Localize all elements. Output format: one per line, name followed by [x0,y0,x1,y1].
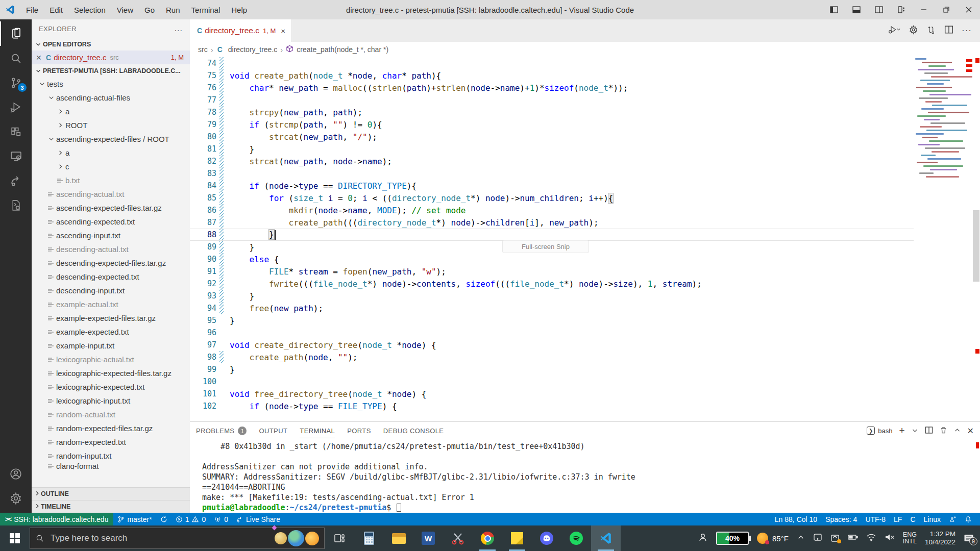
tree-file-random-input-txt[interactable]: random-input.txt [32,449,190,463]
workspace-header[interactable]: PRETEST-PMUTIA [SSH: LABRADOODLE.C... [32,64,190,77]
volume-muted-icon[interactable] [885,533,895,543]
code-line-102[interactable]: 102 if (node->type == FILE_TYPE) { [190,400,914,412]
chrome-button[interactable] [473,525,502,551]
tab-directory-tree-c[interactable]: C directory_tree.c 1, M × [190,19,292,42]
clock[interactable]: 1:32 PM10/4/2022 [925,530,955,546]
line-number[interactable]: 100 [190,377,216,386]
file-explorer-button[interactable] [384,525,413,551]
cursor-position[interactable]: Ln 88, Col 10 [771,513,821,525]
timeline-section-header[interactable]: TIMELINE [32,500,190,513]
outline-section-header[interactable]: OUTLINE [32,487,190,500]
wifi-icon[interactable] [866,533,876,543]
start-button[interactable] [0,525,30,551]
line-number[interactable]: 87 [190,218,216,227]
panel-tab-debug-console[interactable]: DEBUG CONSOLE [383,423,444,438]
code-line-90[interactable]: 90 else { [190,253,914,265]
line-number[interactable]: 93 [190,291,216,300]
open-changes-icon[interactable] [926,25,936,37]
line-number[interactable]: 99 [190,365,216,374]
eol-sequence[interactable]: LF [890,513,906,525]
menu-terminal[interactable]: Terminal [187,4,225,16]
scrollbar-slider[interactable] [973,210,979,282]
sticky-notes-button[interactable] [502,525,532,551]
code-line-79[interactable]: 79 if (strcmp(path, "") != 0){ [190,118,914,131]
line-number[interactable]: 88 [190,230,216,239]
code-line-100[interactable]: 100 [190,375,914,388]
tree-folder-tests[interactable]: tests [32,77,190,91]
code-line-94[interactable]: 94 free(new_path); [190,302,914,314]
tree-folder-ascending-expected-files-root[interactable]: ascending-expected-files / ROOT [32,132,190,146]
tree-file-lexicographic-expected-txt[interactable]: lexicographic-expected.txt [32,380,190,394]
settings-gear-icon[interactable] [0,486,32,511]
open-editors-header[interactable]: OPEN EDITORS [32,38,190,51]
line-number[interactable]: 77 [190,95,216,105]
keyboard-layout[interactable]: ENGINTL [903,532,917,545]
line-number[interactable]: 80 [190,132,216,141]
line-number[interactable]: 96 [190,328,216,337]
panel-tab-ports[interactable]: PORTS [347,423,371,438]
code-line-82[interactable]: 82 strcat(new_path, node->name); [190,155,914,167]
tree-folder-a[interactable]: a [32,146,190,160]
toggle-sidebar-icon[interactable] [823,0,845,19]
explorer-more-actions-icon[interactable]: ... [175,24,183,33]
tree-file-ascending-expected-txt[interactable]: ascending-expected.txt [32,215,190,229]
code-line-84[interactable]: 84 if (node->type == DIRECTORY_TYPE){ [190,180,914,192]
source-control-icon[interactable]: 3 [0,70,32,95]
terminal-prompt[interactable]: pmutia@labradoodle:~/cs24/pretest-pmutia… [202,503,980,513]
calculator-button[interactable] [354,525,384,551]
split-editor-icon[interactable] [944,25,953,36]
people-icon[interactable] [698,533,708,544]
discord-button[interactable] [532,525,561,551]
line-number[interactable]: 98 [190,353,216,362]
tree-file-random-actual-txt[interactable]: random-actual.txt [32,408,190,421]
menu-run[interactable]: Run [161,4,185,16]
battery-percent-widget[interactable]: 40% [716,532,749,545]
tree-file-example-expected-txt[interactable]: example-expected.txt [32,325,190,339]
search-icon[interactable] [0,46,32,70]
code-line-88[interactable]: 88 } [190,229,914,241]
code-line-99[interactable]: 99} [190,363,914,375]
remote-indicator[interactable]: >< SSH: labradoodle.caltech.edu [0,513,113,525]
battery-tray-icon[interactable] [848,534,858,543]
task-view-button[interactable] [325,525,354,551]
breadcrumb-folder[interactable]: src [198,45,208,54]
menu-edit[interactable]: Edit [45,4,67,16]
line-number[interactable]: 76 [190,83,216,92]
customize-layout-icon[interactable] [890,0,913,19]
new-terminal-icon[interactable]: + [899,425,904,436]
terminal-profile[interactable]: ❯ bash [867,427,892,435]
line-number[interactable]: 85 [190,193,216,203]
tree-file-example-actual-txt[interactable]: example-actual.txt [32,297,190,311]
line-number[interactable]: 97 [190,340,216,349]
feedback-icon[interactable] [945,513,961,525]
tree-folder-a[interactable]: a [32,105,190,118]
code-editor[interactable]: 7475void create_path(node_t *node, char*… [190,57,980,421]
code-line-74[interactable]: 74 [190,57,914,69]
maximize-panel-icon[interactable] [954,427,961,435]
tree-file-ascending-expected-files-tar-gz[interactable]: ascending-expected-files.tar.gz [32,201,190,215]
code-line-80[interactable]: 80 strcat(new_path, "/"); [190,131,914,143]
tablet-mode-icon[interactable] [813,533,822,543]
code-line-87[interactable]: 87 create_path(((directory_node_t*) node… [190,216,914,229]
ports-item[interactable]: 0 [210,513,232,525]
panel-tab-problems[interactable]: PROBLEMS1 [196,422,247,439]
tree-file-b-txt[interactable]: b.txt [32,173,190,187]
code-line-91[interactable]: 91 FILE* stream = fopen(new_path, "w"); [190,265,914,278]
code-line-81[interactable]: 81 } [190,143,914,155]
run-debug-file-icon[interactable] [888,24,900,37]
line-number[interactable]: 81 [190,144,216,154]
line-number[interactable]: 92 [190,279,216,288]
tree-folder-c[interactable]: c [32,160,190,173]
tree-file-clang-format[interactable]: clang-format [32,463,190,469]
line-number[interactable]: 82 [190,157,216,166]
line-number[interactable]: 94 [190,304,216,313]
open-editor-item[interactable]: ✕ C directory_tree.c src 1, M [32,51,190,64]
sync-changes-item[interactable] [156,513,172,525]
toggle-panel-icon[interactable] [845,0,868,19]
line-number[interactable]: 102 [190,402,216,411]
breadcrumb-file[interactable]: directory_tree.c [228,45,277,54]
terminal-dropdown-icon[interactable] [912,427,918,435]
line-number[interactable]: 74 [190,59,216,68]
explorer-icon[interactable] [0,21,32,46]
code-line-83[interactable]: 83 [190,167,914,180]
